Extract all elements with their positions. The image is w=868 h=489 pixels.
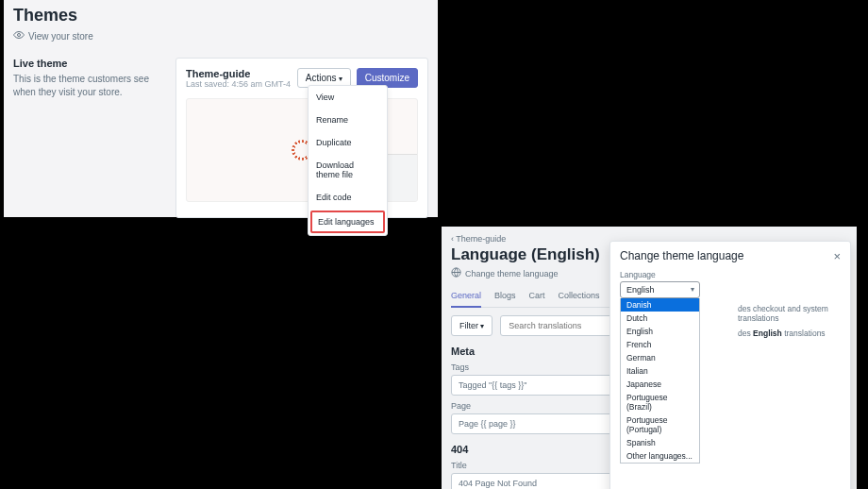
theme-name: Theme-guide xyxy=(186,68,291,79)
change-theme-language-label: Change theme language xyxy=(465,269,559,278)
option-pt-br[interactable]: Portuguese (Brazil) xyxy=(621,391,699,413)
language-select[interactable]: English xyxy=(620,281,700,298)
option-japanese[interactable]: Japanese xyxy=(621,378,699,391)
eye-icon xyxy=(13,29,25,42)
close-icon[interactable]: × xyxy=(833,250,841,262)
tab-collections[interactable]: Collections xyxy=(559,291,600,307)
modal-title: Change theme language xyxy=(620,249,743,262)
option-french[interactable]: French xyxy=(621,338,699,351)
note-english: des English translations xyxy=(738,329,841,338)
theme-meta: Last saved: 4:56 am GMT-4 xyxy=(186,79,291,89)
tab-cart[interactable]: Cart xyxy=(529,291,545,307)
actions-dropdown: View Rename Duplicate Download theme fil… xyxy=(308,85,388,236)
change-language-modal: Change theme language × Language English… xyxy=(609,241,851,489)
option-spanish[interactable]: Spanish xyxy=(621,436,699,449)
view-store-link[interactable]: View your store xyxy=(13,29,93,42)
svg-point-0 xyxy=(18,34,21,37)
option-danish[interactable]: Danish xyxy=(621,298,699,312)
menu-download[interactable]: Download theme file xyxy=(309,154,387,186)
tab-general[interactable]: General xyxy=(451,291,481,308)
menu-rename[interactable]: Rename xyxy=(309,109,387,131)
live-theme-heading: Live theme xyxy=(13,58,164,69)
tab-blogs[interactable]: Blogs xyxy=(494,291,516,307)
theme-card: Theme-guide Last saved: 4:56 am GMT-4 Ac… xyxy=(175,58,428,218)
change-theme-language-link[interactable]: Change theme language xyxy=(451,267,559,279)
note-checkout: des checkout and system translations xyxy=(738,304,841,323)
language-dropdown: Danish Dutch English French German Itali… xyxy=(620,298,700,464)
option-english[interactable]: English xyxy=(621,325,699,338)
option-other[interactable]: Other languages... xyxy=(621,449,699,463)
filter-button[interactable]: Filter xyxy=(451,315,492,336)
view-store-label: View your store xyxy=(28,31,93,42)
live-theme-desc: This is the theme customers see when the… xyxy=(13,73,164,98)
option-dutch[interactable]: Dutch xyxy=(621,312,699,325)
option-german[interactable]: German xyxy=(621,351,699,364)
option-italian[interactable]: Italian xyxy=(621,364,699,378)
page-title: Themes xyxy=(13,6,428,25)
menu-edit-languages[interactable]: Edit languages xyxy=(310,211,385,233)
language-label: Language xyxy=(620,270,841,279)
menu-edit-code[interactable]: Edit code xyxy=(309,186,387,209)
globe-icon xyxy=(451,267,461,279)
option-pt-pt[interactable]: Portuguese (Portugal) xyxy=(621,413,699,436)
menu-view[interactable]: View xyxy=(309,86,387,109)
menu-duplicate[interactable]: Duplicate xyxy=(309,131,387,154)
